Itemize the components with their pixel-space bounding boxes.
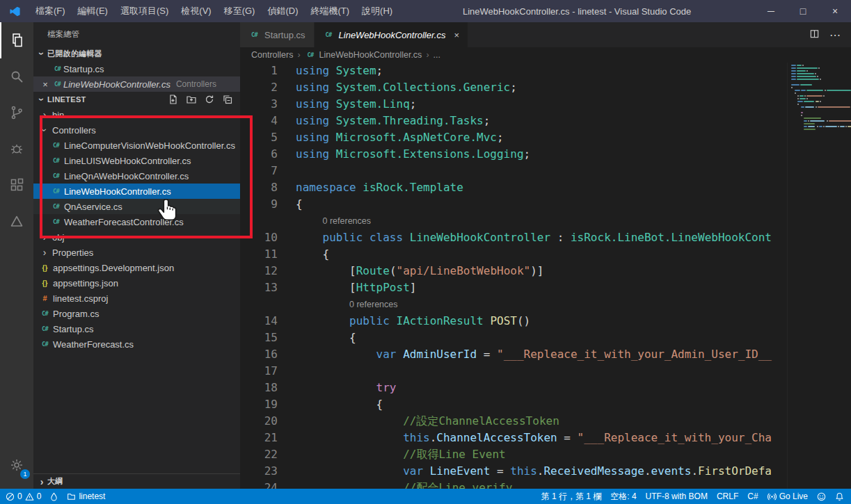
status-eol[interactable]: CRLF (717, 491, 738, 501)
code-line: 1using System; (240, 63, 851, 79)
tree-item-label: bin (52, 110, 64, 120)
close-icon[interactable]: × (39, 79, 51, 90)
menu-終端機(T)[interactable]: 終端機(T) (304, 0, 356, 22)
code-text: [HttpPost] (278, 279, 416, 296)
code-text: { (278, 196, 303, 213)
line-number: 16 (240, 346, 278, 363)
chevron-icon: › (39, 109, 50, 120)
code-text: public class LineWebHookController : isR… (278, 229, 772, 246)
refresh-icon[interactable] (204, 94, 215, 105)
status-feedback[interactable] (817, 492, 826, 501)
status-cursor-position[interactable]: 第 1 行，第 1 欄 (541, 491, 602, 503)
window-title: LineWebHookController.cs - linetest - Vi… (399, 6, 755, 17)
menu-選取項目(S)[interactable]: 選取項目(S) (114, 0, 175, 22)
json-file-icon (39, 279, 51, 287)
project-header[interactable]: › LINETEST (33, 92, 240, 107)
close-button[interactable]: × (819, 0, 851, 22)
new-file-icon[interactable] (168, 94, 179, 105)
menu-移至(G)[interactable]: 移至(G) (218, 0, 262, 22)
more-actions-icon[interactable]: ⋯ (829, 29, 841, 42)
status-language-mode[interactable]: C# (747, 491, 758, 501)
tree-file-WeatherForecastController.cs[interactable]: WeatherForecastController.cs (33, 214, 240, 229)
collapse-all-icon[interactable] (222, 94, 233, 105)
folder-icon (67, 492, 76, 501)
outline-section[interactable]: › 大綱 (33, 473, 240, 489)
open-editors-header[interactable]: › 已開啟的編輯器 (33, 46, 240, 61)
tree-file-LineWebHookController.cs[interactable]: LineWebHookController.cs (33, 184, 240, 199)
minimap[interactable] (787, 63, 851, 489)
menu-檔案(F)[interactable]: 檔案(F) (29, 0, 72, 22)
tree-file-appsettings.json[interactable]: appsettings.json (33, 275, 240, 291)
breadcrumb-item-LineWebHookController.cs[interactable]: LineWebHookController.cs (305, 50, 422, 60)
tree-file-LineLUISWebHookController.cs[interactable]: LineLUISWebHookController.cs (33, 153, 240, 168)
smiley-icon (817, 492, 826, 501)
sidebar-explorer: 檔案總管 › 已開啟的編輯器 Startup.cs×LineWebHookCon… (33, 22, 240, 489)
split-editor-icon[interactable] (809, 29, 820, 42)
droplet-status[interactable] (49, 492, 58, 501)
code-line: 14 public IActionResult POST() (240, 313, 851, 330)
status-notifications[interactable] (835, 492, 844, 501)
close-icon[interactable]: × (454, 30, 459, 40)
open-editor-Startup.cs[interactable]: Startup.cs (33, 61, 240, 76)
codelens-row[interactable]: 0 references (240, 296, 851, 313)
status-indentation[interactable]: 空格: 4 (610, 491, 636, 503)
status-label: Go Live (779, 491, 808, 501)
tree-file-LineQnAWebHookController.cs[interactable]: LineQnAWebHookController.cs (33, 168, 240, 184)
tree-file-appsettings.Development.json[interactable]: appsettings.Development.json (33, 260, 240, 275)
tree-folder-bin[interactable]: ›bin (33, 107, 240, 122)
maximize-button[interactable]: □ (787, 0, 819, 22)
triangle-extension-icon[interactable] (0, 203, 33, 239)
cs-file-icon (50, 218, 62, 225)
line-number: 18 (240, 380, 278, 396)
menu-偵錯(D)[interactable]: 偵錯(D) (261, 0, 304, 22)
tab-LineWebHookController.cs[interactable]: LineWebHookController.cs× (315, 22, 468, 47)
code-line: 16 var AdminUserId = "___Repleace_it_wit… (240, 346, 851, 363)
open-editors-list: Startup.cs×LineWebHookController.csContr… (33, 61, 240, 92)
tree-folder-Properties[interactable]: ›Properties (33, 245, 240, 260)
line-number: 21 (240, 430, 278, 446)
breadcrumb-item-...[interactable]: ... (434, 50, 440, 60)
code-line: 19 { (240, 396, 851, 413)
cs-file-icon (50, 172, 62, 179)
tree-file-LineComputerVisionWebHookController.cs[interactable]: LineComputerVisionWebHookController.cs (33, 138, 240, 153)
tree-file-Startup.cs[interactable]: Startup.cs (33, 321, 240, 336)
code-editor[interactable]: 1using System;2using System.Collections.… (240, 63, 851, 489)
menu-檢視(V)[interactable]: 檢視(V) (175, 0, 217, 22)
open-editors-label: 已開啟的編輯器 (47, 49, 102, 59)
tree-file-WeatherForecast.cs[interactable]: WeatherForecast.cs (33, 336, 240, 352)
error-count: 0 (17, 491, 22, 501)
extensions-icon[interactable] (0, 167, 33, 203)
problems-status[interactable]: 0 0 (6, 491, 41, 501)
tree-file-QnAservice.cs[interactable]: QnAservice.cs (33, 199, 240, 214)
explorer-icon[interactable] (0, 22, 33, 58)
workspace-status[interactable]: linetest (67, 491, 105, 501)
breadcrumb-item-Controllers[interactable]: Controllers (251, 50, 293, 60)
codelens-row[interactable]: 0 references (240, 213, 851, 229)
tab-label: Startup.cs (264, 30, 305, 40)
status-encoding[interactable]: UTF-8 with BOM (646, 491, 708, 501)
new-folder-icon[interactable] (186, 94, 197, 105)
bell-icon (835, 492, 844, 501)
minimize-button[interactable]: ─ (755, 0, 787, 22)
tab-Startup.cs[interactable]: Startup.cs (240, 22, 315, 47)
line-number (240, 213, 278, 229)
tree-folder-obj[interactable]: ›obj (33, 229, 240, 245)
line-number: 1 (240, 63, 278, 79)
menu-編輯(E)[interactable]: 編輯(E) (72, 0, 114, 22)
debug-icon[interactable] (0, 131, 33, 167)
menu-說明(H)[interactable]: 說明(H) (356, 0, 399, 22)
open-editor-LineWebHookController.cs[interactable]: ×LineWebHookController.csControllers (33, 76, 240, 92)
status-go-live[interactable]: Go Live (768, 491, 808, 501)
tree-item-label: LineComputerVisionWebHookController.cs (64, 140, 235, 151)
code-line: 3using System.Linq; (240, 96, 851, 113)
tree-item-label: LineWebHookController.cs (64, 186, 171, 197)
settings-gear-icon[interactable]: 1 (0, 447, 33, 483)
line-number: 6 (240, 146, 278, 163)
search-icon[interactable] (0, 58, 33, 95)
tree-file-linetest.csproj[interactable]: linetest.csproj (33, 291, 240, 306)
line-number: 12 (240, 263, 278, 279)
tree-folder-Controllers[interactable]: ›Controllers (33, 122, 240, 138)
source-control-icon[interactable] (0, 95, 33, 131)
tree-file-Program.cs[interactable]: Program.cs (33, 306, 240, 321)
tree-item-label: appsettings.Development.json (53, 263, 174, 273)
